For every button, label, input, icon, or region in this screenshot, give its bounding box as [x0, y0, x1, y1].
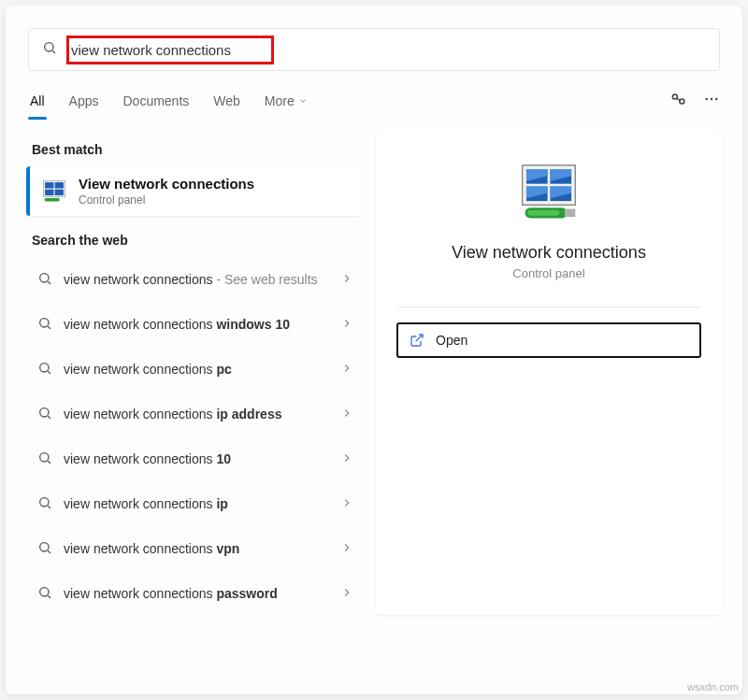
- search-icon: [37, 585, 52, 603]
- svg-line-21: [48, 416, 50, 419]
- web-result-text: view network connections - See web resul…: [64, 271, 318, 288]
- svg-rect-40: [527, 210, 559, 216]
- web-result-text: view network connections vpn: [64, 540, 239, 557]
- search-input[interactable]: [71, 42, 267, 58]
- chevron-right-icon: [340, 451, 353, 467]
- svg-point-28: [40, 587, 49, 595]
- tab-apps[interactable]: Apps: [67, 88, 101, 114]
- svg-point-24: [40, 497, 49, 506]
- svg-point-26: [40, 542, 49, 550]
- chevron-right-icon: [340, 272, 353, 288]
- chevron-right-icon: [340, 541, 353, 557]
- svg-rect-13: [45, 198, 60, 202]
- svg-line-15: [48, 281, 50, 284]
- web-result-text: view network connections ip address: [64, 406, 281, 422]
- web-result-text: view network connections pc: [64, 361, 232, 378]
- svg-point-5: [705, 98, 708, 101]
- content: Best match View network connections Cont…: [6, 125, 742, 625]
- open-button-label: Open: [436, 333, 468, 348]
- search-icon: [37, 495, 52, 513]
- tab-web[interactable]: Web: [211, 88, 242, 114]
- web-result-item[interactable]: view network connections ip: [26, 481, 361, 526]
- best-match-label: Best match: [32, 142, 355, 157]
- search-query-highlight: [66, 36, 274, 64]
- svg-point-22: [40, 452, 49, 461]
- more-options-icon[interactable]: [703, 91, 720, 111]
- svg-point-7: [715, 98, 718, 101]
- svg-rect-41: [565, 209, 575, 218]
- tabs: All Apps Documents Web More: [28, 88, 309, 114]
- web-result-item[interactable]: view network connections 10: [26, 436, 361, 481]
- svg-line-23: [48, 461, 50, 464]
- tabs-row: All Apps Documents Web More: [28, 88, 720, 114]
- watermark: wsxdn.com: [687, 681, 739, 693]
- web-result-item[interactable]: view network connections - See web resul…: [26, 257, 361, 302]
- svg-line-29: [48, 595, 50, 598]
- svg-line-19: [48, 371, 50, 374]
- search-web-label: Search the web: [32, 233, 355, 248]
- chevron-right-icon: [340, 362, 353, 378]
- open-button[interactable]: Open: [396, 322, 701, 358]
- best-match-subtitle: Control panel: [79, 193, 254, 207]
- search-icon: [37, 271, 52, 289]
- tab-documents[interactable]: Documents: [121, 88, 191, 114]
- chevron-right-icon: [340, 586, 353, 602]
- chevron-right-icon: [340, 496, 353, 512]
- search-icon: [37, 361, 52, 379]
- web-result-text: view network connections ip: [64, 495, 228, 512]
- svg-point-6: [711, 98, 713, 101]
- svg-rect-12: [55, 189, 64, 194]
- detail-title: View network connections: [396, 243, 701, 263]
- web-result-item[interactable]: view network connections pc: [26, 347, 361, 392]
- search-window: { "search": { "query": "view network con…: [6, 6, 742, 694]
- web-result-item[interactable]: view network connections password: [26, 571, 361, 616]
- best-match-item[interactable]: View network connections Control panel: [26, 166, 361, 216]
- svg-line-27: [48, 550, 50, 553]
- svg-rect-10: [55, 182, 64, 188]
- svg-point-20: [40, 407, 49, 416]
- results-column: Best match View network connections Cont…: [6, 125, 370, 625]
- svg-point-16: [40, 318, 49, 326]
- web-result-text: view network connections windows 10: [64, 316, 290, 333]
- web-result-text: view network connections 10: [64, 450, 231, 467]
- tab-all[interactable]: All: [28, 88, 47, 114]
- svg-line-25: [48, 506, 50, 508]
- search-icon: [37, 450, 52, 468]
- header-actions: [669, 90, 720, 112]
- external-link-icon: [410, 333, 424, 348]
- web-results-list: view network connections - See web resul…: [26, 257, 361, 616]
- search-icon: [37, 540, 52, 558]
- svg-line-42: [416, 335, 423, 341]
- best-match-title: View network connections: [79, 176, 254, 192]
- svg-point-14: [40, 273, 49, 281]
- network-connections-icon: [41, 179, 67, 205]
- detail-icon: [517, 163, 581, 226]
- detail-card: View network connections Control panel O…: [376, 129, 722, 615]
- detail-subtitle: Control panel: [396, 266, 701, 280]
- detail-column: View network connections Control panel O…: [370, 125, 742, 625]
- chevron-right-icon: [340, 407, 353, 422]
- best-match-text: View network connections Control panel: [79, 176, 254, 207]
- search-icon: [42, 40, 57, 59]
- search-options-icon[interactable]: [669, 90, 688, 112]
- web-result-item[interactable]: view network connections windows 10: [26, 302, 361, 347]
- search-icon: [37, 406, 52, 423]
- detail-divider: [398, 307, 699, 307]
- chevron-down-icon: [298, 96, 308, 106]
- svg-line-1: [52, 50, 55, 53]
- web-result-item[interactable]: view network connections ip address: [26, 392, 361, 436]
- chevron-right-icon: [340, 317, 353, 333]
- tab-more-label: More: [265, 93, 295, 108]
- svg-rect-9: [45, 182, 53, 188]
- search-bar[interactable]: [28, 28, 720, 71]
- svg-rect-11: [45, 189, 53, 194]
- svg-point-18: [40, 363, 49, 371]
- web-result-text: view network connections password: [64, 585, 278, 602]
- tab-more[interactable]: More: [263, 88, 309, 114]
- svg-line-17: [48, 326, 50, 329]
- web-result-item[interactable]: view network connections vpn: [26, 526, 361, 571]
- search-icon: [37, 316, 52, 334]
- svg-point-0: [45, 43, 53, 51]
